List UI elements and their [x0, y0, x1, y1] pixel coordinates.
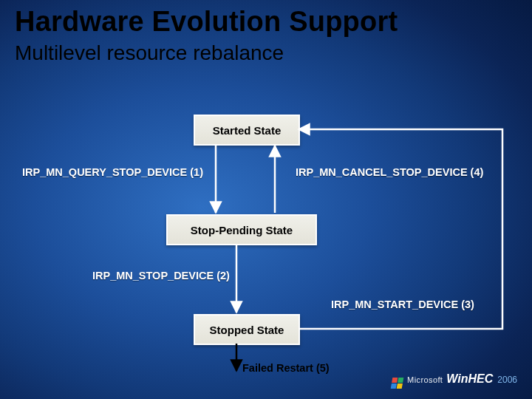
slide-title: Hardware Evolution Support [15, 6, 398, 38]
microsoft-flag-icon [391, 378, 404, 389]
transition-start-device-label: IRP_MN_START_DEVICE (3) [331, 299, 474, 310]
slide-root: Hardware Evolution Support Multilevel re… [0, 0, 532, 399]
slide-subtitle: Multilevel resource rebalance [15, 41, 284, 65]
state-stopped-box: Stopped State [194, 314, 300, 345]
transition-stop-device-label: IRP_MN_STOP_DEVICE (2) [92, 270, 230, 282]
state-stopped-label: Stopped State [210, 324, 284, 336]
state-started-box: Started State [194, 115, 300, 146]
state-stop-pending-label: Stop-Pending State [191, 224, 293, 236]
state-started-label: Started State [213, 124, 282, 137]
year-label: 2006 [497, 375, 517, 385]
vendor-label: Microsoft [407, 375, 443, 384]
winhec-logo: Microsoft WinHEC 2006 [392, 372, 517, 389]
product-label: WinHEC [446, 372, 493, 386]
transition-cancel-stop-label: IRP_MN_CANCEL_STOP_DEVICE (4) [296, 166, 483, 178]
state-stop-pending-box: Stop-Pending State [166, 214, 317, 245]
transition-failed-restart-label: Failed Restart (5) [242, 362, 330, 374]
transition-query-stop-label: IRP_MN_QUERY_STOP_DEVICE (1) [22, 166, 203, 178]
